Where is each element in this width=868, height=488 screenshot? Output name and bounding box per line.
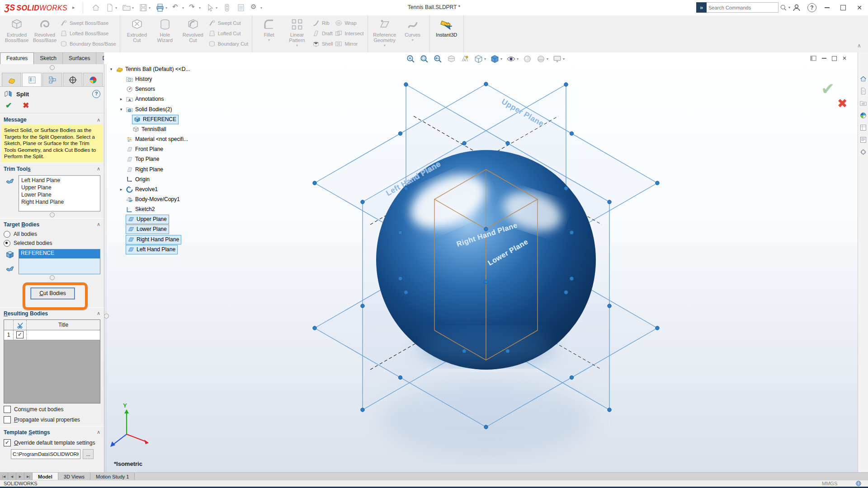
- edit-appearance-button[interactable]: [523, 54, 532, 64]
- revolved-boss-base-button[interactable]: RevolvedBoss/Base: [32, 16, 58, 52]
- tree-item-origin[interactable]: Origin: [118, 175, 150, 184]
- override-template-checkbox[interactable]: ✓ Override default template settings: [0, 437, 104, 447]
- trim-tool-item[interactable]: Right Hand Plane: [21, 198, 98, 206]
- doc-restore-icon[interactable]: [832, 56, 837, 61]
- table-row[interactable]: 1 ✓: [4, 330, 100, 340]
- template-path-input[interactable]: [11, 449, 80, 459]
- dropdown-caret-icon[interactable]: ▾: [149, 6, 151, 10]
- dropdown-caret-icon[interactable]: ▾: [412, 38, 414, 42]
- collapse-chevron-icon[interactable]: ∧: [97, 221, 100, 227]
- select-cursor-icon[interactable]: ▾: [205, 2, 218, 13]
- task-pane-view-palette-icon[interactable]: [859, 124, 867, 131]
- plane-vertex-dot[interactable]: [404, 291, 408, 294]
- ok-button[interactable]: ✔: [5, 101, 12, 110]
- open-file-icon[interactable]: ▾: [121, 2, 135, 13]
- view-orientation-button[interactable]: ▾: [474, 54, 486, 64]
- radio-selected-bodies[interactable]: Selected bodies: [0, 238, 104, 247]
- plane-vertex-dot[interactable]: [398, 277, 402, 280]
- plane-vertex-dot[interactable]: [608, 408, 611, 412]
- trim-tools-list[interactable]: Left Hand PlaneUpper PlaneLower PlaneRig…: [19, 175, 100, 211]
- trim-tool-item[interactable]: Lower Plane: [21, 191, 98, 198]
- graphics-area[interactable]: Upper Plane Left Hand Plane Right Hand P…: [104, 52, 858, 472]
- plane-vertex-dot[interactable]: [398, 375, 402, 379]
- tree-item-upper-plane[interactable]: Upper Plane: [118, 215, 169, 224]
- dropdown-caret-icon[interactable]: ▾: [517, 57, 519, 61]
- pin-pane-icon[interactable]: [810, 56, 816, 61]
- dropdown-caret-icon[interactable]: ▾: [484, 57, 486, 61]
- template-settings-section-header[interactable]: Template Settings ∧: [0, 426, 104, 437]
- task-pane-custom-properties-icon[interactable]: [859, 136, 867, 144]
- task-pane-design-library-icon[interactable]: [859, 99, 867, 107]
- target-bodies-section-header[interactable]: Target Bodies ∧: [0, 218, 104, 229]
- help-circle-icon[interactable]: ?: [92, 90, 100, 98]
- plane-vertex-dot[interactable]: [484, 82, 488, 86]
- nav-next-button[interactable]: ▶: [16, 473, 24, 480]
- plane-vertex-dot[interactable]: [564, 83, 568, 86]
- pm-config-tab[interactable]: [42, 73, 62, 86]
- minimize-button[interactable]: [819, 0, 835, 15]
- radio-all-bodies[interactable]: All bodies: [0, 229, 104, 238]
- nav-first-button[interactable]: |◀: [0, 473, 8, 480]
- pm-prop-tab[interactable]: [22, 73, 42, 86]
- tree-item-solid-bodies-2[interactable]: ▾Solid Bodies(2): [118, 105, 172, 114]
- help-icon[interactable]: ?: [807, 3, 816, 12]
- tree-item-revolve1[interactable]: ▸Revolve1: [118, 185, 158, 194]
- zoom-area-button[interactable]: [420, 54, 429, 64]
- plane-vertex-dot[interactable]: [361, 408, 364, 412]
- plane-vertex-dot[interactable]: [564, 291, 568, 294]
- dropdown-caret-icon[interactable]: ▾: [115, 6, 117, 10]
- doc-tab-3d-views[interactable]: 3D Views: [58, 473, 90, 480]
- tree-item-front-plane[interactable]: Front Plane: [118, 145, 163, 154]
- instant3d-button[interactable]: Instant3D: [434, 16, 460, 52]
- plane-vertex-dot[interactable]: [608, 200, 611, 204]
- task-pane-document-icon[interactable]: [859, 87, 867, 95]
- wrap-button[interactable]: Wrap: [335, 19, 363, 28]
- tree-item-right-plane[interactable]: Right Plane: [118, 165, 163, 174]
- plane-vertex-dot[interactable]: [570, 131, 573, 135]
- consume-cut-bodies-checkbox[interactable]: Consume cut bodies: [0, 404, 104, 414]
- previous-view-button[interactable]: [433, 54, 443, 64]
- plane-vertex-dot[interactable]: [564, 187, 568, 190]
- collapse-chevron-icon[interactable]: ∧: [97, 166, 100, 172]
- zoom-fit-button[interactable]: [406, 54, 415, 64]
- doc-close-icon[interactable]: ✕: [842, 55, 847, 61]
- dropdown-caret-icon[interactable]: ▾: [216, 6, 217, 10]
- save-icon[interactable]: ▾: [138, 2, 151, 13]
- hole-wizard-button[interactable]: HoleWizard: [152, 16, 178, 52]
- confirm-ok-icon[interactable]: ✔: [821, 80, 835, 99]
- plane-vertex-dot[interactable]: [313, 326, 316, 330]
- tab-surfaces[interactable]: Surfaces: [62, 52, 96, 64]
- task-pane-home-icon[interactable]: [859, 75, 867, 83]
- new-file-icon[interactable]: ▾: [104, 2, 118, 13]
- tree-item-top-plane[interactable]: Top Plane: [118, 155, 159, 164]
- tree-item-history[interactable]: History: [118, 75, 152, 84]
- maximize-button[interactable]: [835, 0, 851, 15]
- home-icon[interactable]: [90, 2, 101, 13]
- swept-boss-base-button[interactable]: Swept Boss/Base: [60, 19, 116, 28]
- nav-prev-button[interactable]: ◀: [8, 473, 16, 480]
- plane-vertex-dot[interactable]: [570, 277, 573, 280]
- lofted-boss-base-button[interactable]: Lofted Boss/Base: [60, 29, 116, 38]
- tree-item-annotations[interactable]: ▸AAnnotations: [118, 94, 164, 103]
- resulting-bodies-table[interactable]: Title 1 ✓: [4, 319, 100, 404]
- boundary-cut-button[interactable]: Boundary Cut: [208, 39, 248, 48]
- doc-tab-motion-study-1[interactable]: Motion Study 1: [90, 473, 135, 480]
- shell-button[interactable]: Shell: [312, 39, 333, 48]
- task-list-icon[interactable]: [236, 2, 246, 13]
- search-dropdown-icon[interactable]: ▾: [788, 5, 790, 9]
- tree-item-material-not-specifi[interactable]: Material <not specifi...: [118, 135, 188, 144]
- user-account-icon[interactable]: [792, 3, 801, 12]
- tree-item-reference[interactable]: REFERENCE: [132, 115, 179, 124]
- pm-display-tab[interactable]: [83, 73, 103, 86]
- hide-show-items-button[interactable]: ▾: [506, 54, 519, 64]
- dropdown-caret-icon[interactable]: ▾: [260, 6, 262, 10]
- rib-button[interactable]: Rib: [312, 19, 333, 28]
- plane-vertex-dot[interactable]: [484, 280, 488, 284]
- plane-vertex-dot[interactable]: [484, 425, 488, 429]
- curves-button[interactable]: Curves▾: [400, 16, 426, 52]
- tree-splitter-handle[interactable]: [104, 314, 109, 319]
- search-logo-icon[interactable]: »: [696, 2, 707, 13]
- dropdown-caret-icon[interactable]: ▾: [132, 6, 134, 10]
- plane-vertex-dot[interactable]: [570, 230, 573, 234]
- options-gear-icon[interactable]: ⚙▾: [250, 2, 263, 13]
